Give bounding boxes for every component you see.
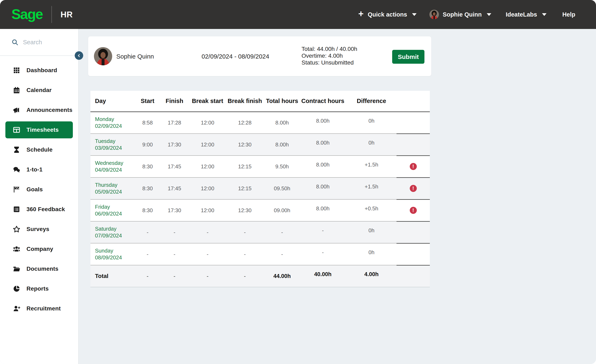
break-finish-cell-value: 12:30	[238, 207, 252, 213]
quick-actions-menu[interactable]: + Quick actions	[358, 10, 417, 19]
search-input[interactable]	[23, 39, 71, 46]
sidebar-item-announcements[interactable]: Announcements	[0, 100, 78, 120]
sidebar-item-calendar[interactable]: Calendar	[0, 80, 78, 100]
start-cell: -	[137, 243, 158, 265]
sidebar-item-1-to-1[interactable]: 1-to-1	[0, 160, 78, 180]
day-cell[interactable]: Friday06/09/2024	[90, 199, 137, 221]
break-finish-cell: 12:15	[225, 177, 265, 199]
finish-cell: -	[158, 221, 190, 243]
finish-cell-value: 17:45	[168, 163, 181, 170]
day-cell[interactable]: Saturday07/09/2024	[90, 221, 137, 243]
folder-icon	[13, 265, 20, 273]
sidebar-item-timesheets[interactable]: Timesheets	[5, 121, 73, 138]
grid-icon	[13, 67, 20, 74]
day-date-link[interactable]: 05/09/2024	[95, 189, 137, 195]
sidebar-item-company[interactable]: Company	[0, 239, 78, 259]
total-hours-cell: 9.50h	[265, 155, 299, 177]
day-name-link[interactable]: Monday	[95, 116, 137, 123]
day-name-link[interactable]: Wednesday	[95, 160, 137, 167]
start-cell: 9:00	[137, 134, 158, 155]
day-name-link[interactable]: Sunday	[95, 247, 137, 254]
start-cell: -	[137, 221, 158, 243]
total-hours-sum-cell: 44.00h	[265, 265, 299, 287]
total-break-start-cell: -	[190, 265, 225, 287]
user-menu[interactable]: Sophie Quinn	[429, 10, 491, 19]
break-finish-cell-value: 12:15	[238, 185, 252, 191]
employee-name: Sophie Quinn	[116, 53, 154, 60]
difference-cell: +1.5h	[346, 177, 396, 199]
timesheet-row-friday: Friday06/09/20248:3017:3012:0012:3009.00…	[90, 199, 430, 221]
sidebar-collapse-button[interactable]	[75, 51, 83, 60]
total-hours-cell-value: 09.50h	[274, 185, 290, 191]
pie-chart-icon	[13, 285, 20, 292]
day-cell[interactable]: Sunday08/09/2024	[90, 243, 137, 265]
day-date-link[interactable]: 04/09/2024	[95, 167, 137, 173]
break-start-cell-value: -	[207, 229, 209, 235]
total-hours-cell: -	[265, 243, 299, 265]
break-finish-cell-value: 12:30	[238, 141, 252, 148]
day-name-link[interactable]: Friday	[95, 204, 137, 210]
help-link[interactable]: Help	[562, 11, 575, 18]
contract-hours-cell: 8.00h	[299, 134, 346, 155]
sidebar-item-label: Announcements	[27, 107, 72, 113]
day-cell[interactable]: Tuesday03/09/2024	[90, 134, 137, 155]
sidebar-item-surveys[interactable]: Surveys	[0, 219, 78, 239]
break-start-cell: -	[190, 243, 225, 265]
day-date-link[interactable]: 06/09/2024	[95, 210, 137, 217]
hourglass-icon	[13, 146, 20, 153]
day-cell[interactable]: Monday02/09/2024	[90, 112, 137, 134]
day-cell[interactable]: Thursday05/09/2024	[90, 177, 137, 199]
contract-hours-cell: 8.00h	[299, 155, 346, 177]
submit-button[interactable]: Submit	[392, 50, 425, 64]
sidebar-item-goals[interactable]: Goals	[0, 180, 78, 199]
stats-overtime: Overtime: 4.00h	[302, 52, 357, 59]
timesheet-row-wednesday: Wednesday04/09/20248:3017:4512:0012:159.…	[90, 155, 430, 177]
day-name-link[interactable]: Saturday	[95, 226, 137, 232]
help-label: Help	[562, 11, 575, 18]
day-date-link[interactable]: 02/09/2024	[95, 123, 137, 130]
column-header-day: Day	[90, 91, 137, 112]
total-hours-cell-value: -	[281, 229, 283, 235]
avatar	[429, 10, 439, 19]
contract-hours-cell-value: 8.00h	[316, 161, 329, 168]
day-date-link[interactable]: 03/09/2024	[95, 145, 137, 151]
sidebar-item-label: Reports	[27, 285, 49, 292]
timesheet-row-thursday: Thursday05/09/20248:3017:4512:0012:1509.…	[90, 177, 430, 199]
warning-icon[interactable]: !	[410, 163, 417, 170]
timesheet-table-icon	[13, 126, 20, 134]
sidebar-item-schedule[interactable]: Schedule	[0, 140, 78, 160]
timesheet-summary-card: Sophie Quinn 02/09/2024 - 08/09/2024 Tot…	[88, 36, 431, 76]
break-finish-cell-value: 12:15	[238, 163, 252, 170]
total-contract-sum-cell-value: 40.00h	[314, 271, 332, 277]
contract-hours-cell-value: 8.00h	[316, 205, 329, 212]
sidebar-item-360-feedback[interactable]: 360 Feedback	[0, 199, 78, 219]
column-header-break-finish: Break finish	[225, 91, 265, 112]
sidebar-item-recruitment[interactable]: Recruitment	[0, 299, 78, 319]
warning-icon[interactable]: !	[410, 207, 417, 214]
day-date-link[interactable]: 07/09/2024	[95, 232, 137, 239]
chevron-down-icon	[487, 13, 491, 16]
company-menu[interactable]: IdeateLabs	[506, 11, 547, 18]
total-warning-cell	[396, 265, 430, 287]
day-name-link[interactable]: Thursday	[95, 182, 137, 189]
day-date-link[interactable]: 08/09/2024	[95, 254, 137, 261]
total-hours-cell: -	[265, 221, 299, 243]
difference-cell-value: 0h	[369, 227, 375, 234]
total-hours-cell-value: -	[281, 251, 283, 257]
timesheet-stats: Total: 44.00h / 40.00h Overtime: 4.00h S…	[302, 45, 357, 66]
sidebar-item-reports[interactable]: Reports	[0, 279, 78, 299]
warning-icon[interactable]: !	[410, 185, 417, 192]
sidebar-item-documents[interactable]: Documents	[0, 259, 78, 279]
day-name-link[interactable]: Tuesday	[95, 138, 137, 145]
break-finish-cell-value: 12:28	[238, 120, 252, 126]
contract-hours-cell: 8.00h	[299, 199, 346, 221]
break-start-cell: 12:00	[190, 112, 225, 134]
day-cell[interactable]: Wednesday04/09/2024	[90, 155, 137, 177]
start-cell-value: 8:30	[142, 185, 153, 191]
timesheet-period: 02/09/2024 - 08/09/2024	[201, 53, 266, 60]
timesheet-row-tuesday: Tuesday03/09/20249:0017:3012:0012:308.00…	[90, 134, 430, 155]
difference-cell: 0h	[346, 221, 396, 243]
column-header-difference: Difference	[346, 91, 396, 112]
sidebar-item-label: Surveys	[27, 226, 49, 233]
sidebar-item-dashboard[interactable]: Dashboard	[0, 60, 78, 80]
